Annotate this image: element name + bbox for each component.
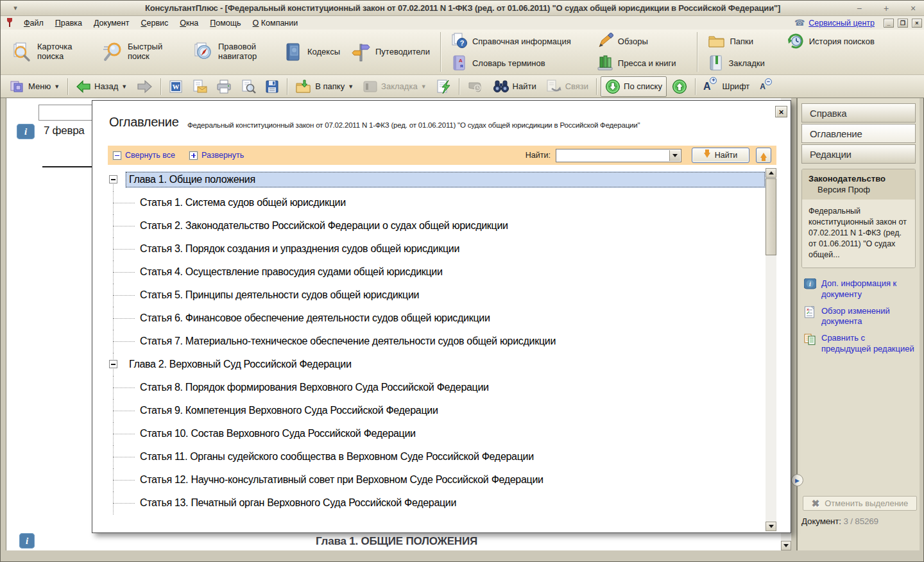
dialog-close-button[interactable]: × bbox=[775, 106, 787, 117]
menu-edit[interactable]: Правка bbox=[49, 17, 88, 29]
bookmark-button[interactable]: Закладка▼ bbox=[359, 78, 430, 96]
cancel-selection-button[interactable]: ✖ Отменить выделение bbox=[803, 496, 917, 511]
doc-counter-button[interactable] bbox=[463, 78, 488, 96]
toc-article-row[interactable]: Статья 11. Органы судейского сообщества … bbox=[108, 445, 766, 468]
document-field[interactable] bbox=[38, 105, 100, 121]
base-header: Законодательство Версия Проф bbox=[802, 169, 915, 200]
toc-scrollbar[interactable] bbox=[766, 168, 776, 531]
orange-down-arrow-icon bbox=[704, 153, 710, 158]
menu-about[interactable]: О Компании bbox=[247, 17, 304, 29]
collapse-box-icon[interactable] bbox=[109, 360, 117, 368]
by-list-up-button[interactable] bbox=[668, 77, 691, 96]
search-history-button[interactable]: История поисков bbox=[782, 31, 880, 51]
menu-windows[interactable]: Окна bbox=[174, 17, 204, 29]
sidebar-collapse-button[interactable]: ▶ bbox=[791, 474, 803, 486]
toc-article-row[interactable]: Статья 6. Финансовое обеспечение деятель… bbox=[108, 307, 766, 330]
dialog-title: Оглавление bbox=[109, 115, 179, 130]
mdi-minimize-button[interactable]: _ bbox=[884, 19, 894, 28]
print-button[interactable] bbox=[212, 78, 235, 96]
tab-redakcii[interactable]: Редакции bbox=[801, 144, 916, 164]
collapse-all-link[interactable]: Свернуть все bbox=[125, 151, 175, 160]
links-button[interactable]: Связи bbox=[542, 78, 592, 96]
back-button[interactable]: Назад▼ bbox=[72, 78, 131, 95]
toc-article-row[interactable]: Статья 4. Осуществление правосудия судам… bbox=[108, 260, 766, 284]
font-decrease-button[interactable]: A− bbox=[756, 81, 769, 92]
find-button[interactable]: Найти bbox=[489, 78, 540, 96]
collapse-box-icon[interactable] bbox=[109, 175, 117, 183]
doc-additional-info-link[interactable]: i Доп. информация к документу bbox=[801, 278, 916, 300]
toc-article-row[interactable]: Статья 7. Материально-техническое обеспе… bbox=[108, 330, 766, 353]
legal-navigator-button[interactable]: Правовой навигатор bbox=[188, 39, 278, 65]
scroll-down-button[interactable] bbox=[766, 522, 776, 531]
changes-review-link[interactable]: ×✓ Обзор изменений документа bbox=[801, 306, 916, 327]
menu-document[interactable]: Документ bbox=[88, 17, 135, 29]
toc-article-row[interactable]: Статья 2. Законодательство Российской Фе… bbox=[108, 214, 766, 237]
menu-file[interactable]: Файл bbox=[18, 17, 49, 29]
quick-search-button[interactable]: Быстрый поиск bbox=[98, 39, 188, 65]
export-word-button[interactable]: W bbox=[165, 78, 187, 96]
refresh-document-button[interactable] bbox=[432, 77, 455, 96]
toolbar-divider bbox=[440, 32, 441, 72]
collapse-all-icon[interactable] bbox=[113, 151, 121, 160]
toc-tree: Глава 1. Общие положения Статья 1. Систе… bbox=[108, 168, 776, 531]
menu-dropdown-button[interactable]: Меню▼ bbox=[6, 78, 64, 96]
find-combobox[interactable] bbox=[556, 149, 681, 162]
font-increase-button[interactable]: A+ bbox=[699, 80, 715, 94]
window-menu-icon[interactable]: ▾ bbox=[10, 3, 21, 13]
save-button[interactable] bbox=[261, 78, 283, 96]
toc-article-row[interactable]: Статья 8. Порядок формирования Верховног… bbox=[108, 376, 766, 399]
expand-all-link[interactable]: Развернуть bbox=[201, 151, 244, 160]
bookmarks-button[interactable]: Закладки bbox=[703, 53, 770, 72]
forward-button[interactable] bbox=[132, 78, 157, 96]
scroll-down-button[interactable] bbox=[781, 541, 791, 550]
find-prev-button[interactable] bbox=[756, 148, 771, 163]
reference-info-button[interactable]: ? Справочная информация bbox=[446, 31, 576, 51]
toc-article-row[interactable]: Статья 9. Компетенция Верховного Суда Ро… bbox=[108, 399, 766, 422]
toc-article-row[interactable]: Статья 10. Состав Верховного Суда Россий… bbox=[108, 422, 766, 445]
menu-bar: Файл Правка Документ Сервис Окна Помощь … bbox=[1, 16, 924, 30]
toolbar-divider bbox=[596, 78, 597, 95]
info-icon[interactable]: i bbox=[17, 124, 35, 139]
find-next-button[interactable]: Найти bbox=[692, 148, 749, 163]
compare-editions-link[interactable]: Сравнить с предыдущей редакцией bbox=[801, 333, 916, 354]
document-heading: Глава 1. ОБЩИЕ ПОЛОЖЕНИЯ bbox=[6, 535, 787, 548]
toc-article-row[interactable]: Статья 1. Система судов общей юрисдикции bbox=[108, 191, 766, 214]
reviews-button[interactable]: Обзоры bbox=[592, 31, 681, 51]
toc-chapter-row[interactable]: Глава 2. Верховный Суд Российской Федера… bbox=[108, 353, 766, 376]
toc-article-row[interactable]: Статья 12. Научно-консультативный совет … bbox=[108, 468, 766, 491]
scrollbar-thumb[interactable] bbox=[766, 178, 776, 255]
menu-service[interactable]: Сервис bbox=[135, 17, 174, 29]
tab-oglavlenie[interactable]: Оглавление bbox=[801, 124, 916, 143]
guides-button[interactable]: Путеводители bbox=[345, 39, 435, 65]
codes-button[interactable]: Кодексы bbox=[278, 39, 345, 65]
toc-chapter-row[interactable]: Глава 1. Общие положения bbox=[108, 168, 766, 191]
toc-article-row[interactable]: Статья 13. Печатный орган Верховного Суд… bbox=[108, 491, 766, 515]
search-card-button[interactable]: Карточка поиска bbox=[7, 39, 98, 65]
folders-button[interactable]: Папки bbox=[703, 31, 770, 51]
toolbar-divider bbox=[287, 78, 287, 95]
mdi-close-button[interactable]: × bbox=[912, 19, 922, 28]
send-mail-button[interactable] bbox=[188, 78, 211, 96]
maximize-button[interactable]: + bbox=[881, 1, 891, 15]
expand-all-icon[interactable] bbox=[189, 151, 198, 160]
minimize-button[interactable]: − bbox=[854, 1, 864, 15]
to-folder-button[interactable]: В папку▼ bbox=[291, 78, 357, 96]
svg-text:W: W bbox=[173, 83, 180, 90]
title-bar: ▾ КонсультантПлюс - [Федеральный констит… bbox=[1, 1, 924, 16]
combo-dropdown-icon[interactable] bbox=[669, 150, 680, 161]
toc-article-row[interactable]: Статья 5. Принципы деятельности судов об… bbox=[108, 284, 766, 307]
menu-help[interactable]: Помощь bbox=[204, 17, 246, 29]
info-icon[interactable]: i bbox=[19, 533, 35, 549]
scroll-up-button[interactable] bbox=[766, 168, 776, 178]
toc-article-row[interactable]: Статья 3. Порядок создания и упразднения… bbox=[108, 237, 766, 260]
press-books-button[interactable]: Пресса и книги bbox=[592, 53, 681, 72]
tab-spravka[interactable]: Справка bbox=[801, 103, 916, 123]
service-center-link[interactable]: Сервисный центр bbox=[809, 19, 875, 28]
legal-navigator-icon bbox=[193, 42, 214, 62]
close-button[interactable]: × bbox=[908, 1, 918, 15]
term-dictionary-button[interactable]: Ая Словарь терминов bbox=[446, 53, 576, 72]
mdi-restore-button[interactable]: ❐ bbox=[898, 19, 908, 28]
by-list-down-button[interactable]: По списку bbox=[601, 76, 667, 97]
card-search-icon bbox=[12, 42, 33, 62]
preview-button[interactable] bbox=[237, 78, 260, 96]
